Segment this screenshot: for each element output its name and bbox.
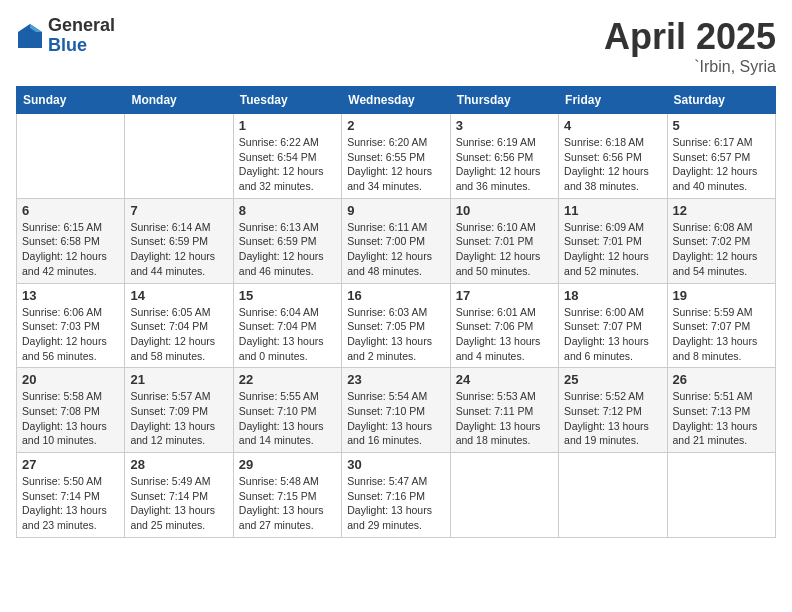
day-cell [17, 114, 125, 199]
day-cell: 2Sunrise: 6:20 AM Sunset: 6:55 PM Daylig… [342, 114, 450, 199]
day-number: 9 [347, 203, 444, 218]
day-cell: 8Sunrise: 6:13 AM Sunset: 6:59 PM Daylig… [233, 198, 341, 283]
calendar-body: 1Sunrise: 6:22 AM Sunset: 6:54 PM Daylig… [17, 114, 776, 538]
day-cell: 19Sunrise: 5:59 AM Sunset: 7:07 PM Dayli… [667, 283, 775, 368]
day-number: 16 [347, 288, 444, 303]
day-cell: 6Sunrise: 6:15 AM Sunset: 6:58 PM Daylig… [17, 198, 125, 283]
day-number: 21 [130, 372, 227, 387]
day-info: Sunrise: 6:13 AM Sunset: 6:59 PM Dayligh… [239, 220, 336, 279]
day-info: Sunrise: 6:15 AM Sunset: 6:58 PM Dayligh… [22, 220, 119, 279]
day-cell: 28Sunrise: 5:49 AM Sunset: 7:14 PM Dayli… [125, 453, 233, 538]
day-number: 11 [564, 203, 661, 218]
title-block: April 2025 `Irbin, Syria [604, 16, 776, 76]
day-cell: 7Sunrise: 6:14 AM Sunset: 6:59 PM Daylig… [125, 198, 233, 283]
week-row-4: 20Sunrise: 5:58 AM Sunset: 7:08 PM Dayli… [17, 368, 776, 453]
day-cell: 14Sunrise: 6:05 AM Sunset: 7:04 PM Dayli… [125, 283, 233, 368]
day-cell: 26Sunrise: 5:51 AM Sunset: 7:13 PM Dayli… [667, 368, 775, 453]
day-cell: 5Sunrise: 6:17 AM Sunset: 6:57 PM Daylig… [667, 114, 775, 199]
day-number: 10 [456, 203, 553, 218]
logo-text: General Blue [48, 16, 115, 56]
day-cell: 25Sunrise: 5:52 AM Sunset: 7:12 PM Dayli… [559, 368, 667, 453]
page-header: General Blue April 2025 `Irbin, Syria [16, 16, 776, 76]
header-day-saturday: Saturday [667, 87, 775, 114]
day-number: 22 [239, 372, 336, 387]
day-cell: 1Sunrise: 6:22 AM Sunset: 6:54 PM Daylig… [233, 114, 341, 199]
day-info: Sunrise: 5:51 AM Sunset: 7:13 PM Dayligh… [673, 389, 770, 448]
day-cell: 16Sunrise: 6:03 AM Sunset: 7:05 PM Dayli… [342, 283, 450, 368]
logo-general: General [48, 16, 115, 36]
day-cell: 22Sunrise: 5:55 AM Sunset: 7:10 PM Dayli… [233, 368, 341, 453]
day-cell: 9Sunrise: 6:11 AM Sunset: 7:00 PM Daylig… [342, 198, 450, 283]
calendar-table: SundayMondayTuesdayWednesdayThursdayFrid… [16, 86, 776, 538]
week-row-5: 27Sunrise: 5:50 AM Sunset: 7:14 PM Dayli… [17, 453, 776, 538]
header-day-thursday: Thursday [450, 87, 558, 114]
header-day-tuesday: Tuesday [233, 87, 341, 114]
week-row-2: 6Sunrise: 6:15 AM Sunset: 6:58 PM Daylig… [17, 198, 776, 283]
day-info: Sunrise: 6:01 AM Sunset: 7:06 PM Dayligh… [456, 305, 553, 364]
day-cell: 13Sunrise: 6:06 AM Sunset: 7:03 PM Dayli… [17, 283, 125, 368]
day-info: Sunrise: 5:50 AM Sunset: 7:14 PM Dayligh… [22, 474, 119, 533]
day-number: 12 [673, 203, 770, 218]
day-info: Sunrise: 6:03 AM Sunset: 7:05 PM Dayligh… [347, 305, 444, 364]
day-info: Sunrise: 5:52 AM Sunset: 7:12 PM Dayligh… [564, 389, 661, 448]
day-number: 7 [130, 203, 227, 218]
day-cell: 17Sunrise: 6:01 AM Sunset: 7:06 PM Dayli… [450, 283, 558, 368]
day-cell: 21Sunrise: 5:57 AM Sunset: 7:09 PM Dayli… [125, 368, 233, 453]
day-cell: 3Sunrise: 6:19 AM Sunset: 6:56 PM Daylig… [450, 114, 558, 199]
day-number: 25 [564, 372, 661, 387]
day-info: Sunrise: 6:04 AM Sunset: 7:04 PM Dayligh… [239, 305, 336, 364]
day-info: Sunrise: 5:57 AM Sunset: 7:09 PM Dayligh… [130, 389, 227, 448]
day-number: 13 [22, 288, 119, 303]
day-cell: 27Sunrise: 5:50 AM Sunset: 7:14 PM Dayli… [17, 453, 125, 538]
day-number: 23 [347, 372, 444, 387]
day-cell: 11Sunrise: 6:09 AM Sunset: 7:01 PM Dayli… [559, 198, 667, 283]
day-number: 20 [22, 372, 119, 387]
week-row-1: 1Sunrise: 6:22 AM Sunset: 6:54 PM Daylig… [17, 114, 776, 199]
day-info: Sunrise: 6:19 AM Sunset: 6:56 PM Dayligh… [456, 135, 553, 194]
day-cell [667, 453, 775, 538]
day-info: Sunrise: 6:17 AM Sunset: 6:57 PM Dayligh… [673, 135, 770, 194]
day-number: 1 [239, 118, 336, 133]
day-cell: 24Sunrise: 5:53 AM Sunset: 7:11 PM Dayli… [450, 368, 558, 453]
day-cell: 18Sunrise: 6:00 AM Sunset: 7:07 PM Dayli… [559, 283, 667, 368]
day-cell: 30Sunrise: 5:47 AM Sunset: 7:16 PM Dayli… [342, 453, 450, 538]
day-info: Sunrise: 6:18 AM Sunset: 6:56 PM Dayligh… [564, 135, 661, 194]
logo-blue: Blue [48, 36, 115, 56]
day-info: Sunrise: 6:05 AM Sunset: 7:04 PM Dayligh… [130, 305, 227, 364]
day-info: Sunrise: 5:54 AM Sunset: 7:10 PM Dayligh… [347, 389, 444, 448]
day-info: Sunrise: 6:11 AM Sunset: 7:00 PM Dayligh… [347, 220, 444, 279]
week-row-3: 13Sunrise: 6:06 AM Sunset: 7:03 PM Dayli… [17, 283, 776, 368]
header-day-friday: Friday [559, 87, 667, 114]
header-day-sunday: Sunday [17, 87, 125, 114]
day-info: Sunrise: 5:49 AM Sunset: 7:14 PM Dayligh… [130, 474, 227, 533]
day-cell: 23Sunrise: 5:54 AM Sunset: 7:10 PM Dayli… [342, 368, 450, 453]
day-number: 26 [673, 372, 770, 387]
day-info: Sunrise: 5:47 AM Sunset: 7:16 PM Dayligh… [347, 474, 444, 533]
day-number: 6 [22, 203, 119, 218]
day-number: 3 [456, 118, 553, 133]
day-info: Sunrise: 5:58 AM Sunset: 7:08 PM Dayligh… [22, 389, 119, 448]
header-row: SundayMondayTuesdayWednesdayThursdayFrid… [17, 87, 776, 114]
day-info: Sunrise: 5:48 AM Sunset: 7:15 PM Dayligh… [239, 474, 336, 533]
day-number: 27 [22, 457, 119, 472]
day-cell: 12Sunrise: 6:08 AM Sunset: 7:02 PM Dayli… [667, 198, 775, 283]
day-number: 30 [347, 457, 444, 472]
logo: General Blue [16, 16, 115, 56]
day-cell: 10Sunrise: 6:10 AM Sunset: 7:01 PM Dayli… [450, 198, 558, 283]
location: `Irbin, Syria [604, 58, 776, 76]
day-number: 14 [130, 288, 227, 303]
calendar-header: SundayMondayTuesdayWednesdayThursdayFrid… [17, 87, 776, 114]
day-cell [450, 453, 558, 538]
day-info: Sunrise: 5:53 AM Sunset: 7:11 PM Dayligh… [456, 389, 553, 448]
day-cell: 20Sunrise: 5:58 AM Sunset: 7:08 PM Dayli… [17, 368, 125, 453]
day-info: Sunrise: 6:00 AM Sunset: 7:07 PM Dayligh… [564, 305, 661, 364]
day-cell [559, 453, 667, 538]
day-info: Sunrise: 6:22 AM Sunset: 6:54 PM Dayligh… [239, 135, 336, 194]
day-number: 18 [564, 288, 661, 303]
month-title: April 2025 [604, 16, 776, 58]
day-info: Sunrise: 5:55 AM Sunset: 7:10 PM Dayligh… [239, 389, 336, 448]
header-day-monday: Monday [125, 87, 233, 114]
day-number: 2 [347, 118, 444, 133]
day-number: 17 [456, 288, 553, 303]
day-number: 19 [673, 288, 770, 303]
